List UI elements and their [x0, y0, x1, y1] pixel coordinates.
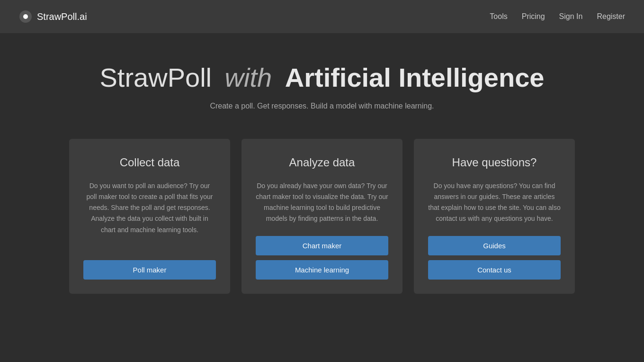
brand-link[interactable]: StrawPoll.ai — [19, 10, 87, 23]
contact-us-button[interactable]: Contact us — [428, 260, 561, 280]
hero-title-with: with — [225, 63, 272, 92]
card-analyze-data: Analyze data Do you already have your ow… — [242, 139, 402, 293]
nav-signin[interactable]: Sign In — [559, 12, 583, 21]
card-collect-body: Do you want to poll an audience? Try our… — [83, 181, 216, 248]
nav-tools[interactable]: Tools — [490, 12, 507, 21]
brand-icon — [19, 10, 32, 23]
card-questions-buttons: Guides Contact us — [428, 236, 561, 280]
hero-subtitle: Create a poll. Get responses. Build a mo… — [19, 102, 625, 110]
card-collect-title: Collect data — [120, 156, 180, 169]
navbar: StrawPoll.ai Tools Pricing Sign In Regis… — [0, 0, 644, 33]
card-analyze-body: Do you already have your own data? Try o… — [256, 181, 388, 224]
card-collect-buttons: Poll maker — [83, 260, 216, 280]
card-analyze-title: Analyze data — [289, 156, 355, 169]
card-questions-body: Do you have any questions? You can find … — [428, 181, 561, 224]
hero-title-part1: StrawPoll — [100, 63, 212, 92]
card-analyze-buttons: Chart maker Machine learning — [256, 236, 388, 280]
brand-name: StrawPoll.ai — [37, 11, 87, 22]
cards-container: Collect data Do you want to poll an audi… — [38, 129, 606, 303]
hero-section: StrawPoll with Artificial Intelligence C… — [0, 33, 644, 129]
nav-links: Tools Pricing Sign In Register — [490, 12, 625, 21]
svg-point-1 — [23, 14, 28, 19]
guides-button[interactable]: Guides — [428, 236, 561, 255]
hero-title-part2: Artificial Intelligence — [285, 63, 545, 92]
nav-pricing[interactable]: Pricing — [522, 12, 545, 21]
machine-learning-button[interactable]: Machine learning — [256, 260, 388, 280]
card-collect-data: Collect data Do you want to poll an audi… — [69, 139, 230, 293]
hero-title: StrawPoll with Artificial Intelligence — [19, 62, 625, 93]
poll-maker-button[interactable]: Poll maker — [83, 260, 216, 280]
nav-register[interactable]: Register — [597, 12, 625, 21]
card-questions-title: Have questions? — [452, 156, 537, 169]
card-questions: Have questions? Do you have any question… — [414, 139, 575, 293]
chart-maker-button[interactable]: Chart maker — [256, 236, 388, 255]
